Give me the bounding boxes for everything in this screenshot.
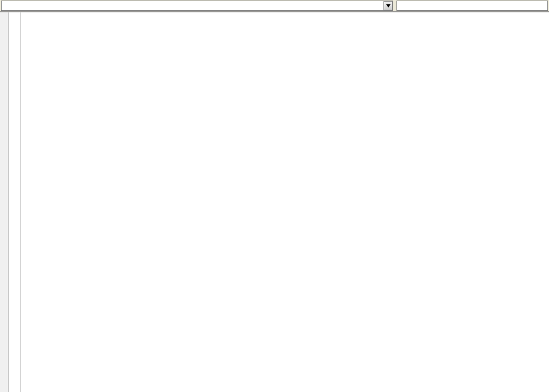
toolbar xyxy=(0,0,549,12)
editor-area xyxy=(0,12,549,392)
object-selector-dropdown-button[interactable] xyxy=(383,1,393,10)
breakpoint-margin[interactable] xyxy=(0,12,9,392)
procedure-selector-combo[interactable] xyxy=(396,1,548,11)
code-pane[interactable] xyxy=(21,12,549,392)
object-selector-combo[interactable] xyxy=(1,1,393,11)
indicator-margin xyxy=(9,12,21,392)
chevron-down-icon xyxy=(386,4,391,8)
